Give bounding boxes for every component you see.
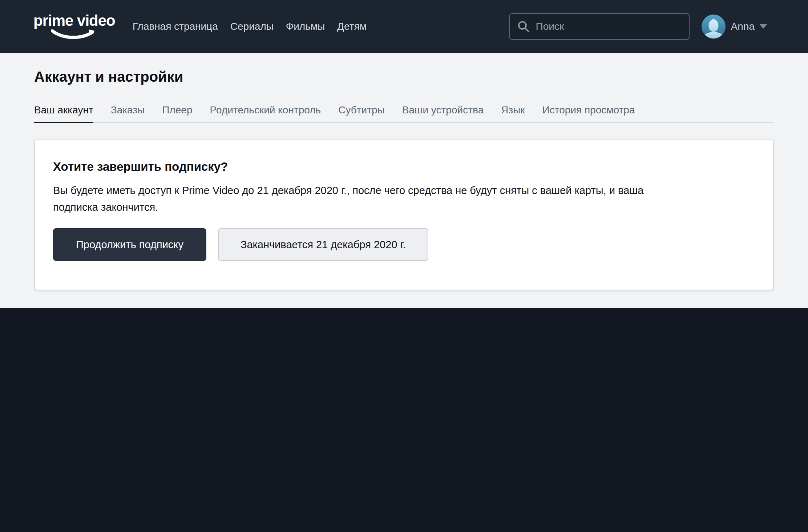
- avatar: [702, 15, 726, 39]
- tab-7[interactable]: История просмотра: [542, 104, 635, 122]
- settings-tabs: Ваш аккаунтЗаказыПлеерРодительский контр…: [34, 104, 774, 123]
- prime-video-logo[interactable]: prime video: [33, 13, 115, 40]
- continue-subscription-button[interactable]: Продолжить подписку: [53, 228, 206, 261]
- footer-area: [0, 308, 808, 532]
- search-box[interactable]: [509, 13, 690, 40]
- nav-link-0[interactable]: Главная страница: [133, 21, 218, 32]
- tab-6[interactable]: Язык: [501, 104, 525, 122]
- nav-link-3[interactable]: Детям: [337, 21, 367, 32]
- search-input[interactable]: [536, 21, 682, 32]
- top-navigation-bar: prime video Главная страницаСериалыФильм…: [0, 0, 808, 53]
- tab-5[interactable]: Ваши устройства: [402, 104, 484, 122]
- tab-1[interactable]: Заказы: [111, 104, 145, 122]
- tab-0[interactable]: Ваш аккаунт: [34, 104, 93, 123]
- card-button-row: Продолжить подписку Заканчивается 21 дек…: [53, 228, 755, 261]
- avatar-shoulders-shape: [703, 32, 724, 39]
- subscription-card: Хотите завершить подписку? Вы будете име…: [34, 140, 774, 290]
- header-right-group: Anna: [509, 13, 767, 40]
- tab-2[interactable]: Плеер: [162, 104, 192, 122]
- account-settings-page: Аккаунт и настройки Ваш аккаунтЗаказыПле…: [0, 53, 808, 308]
- primary-nav: Главная страницаСериалыФильмыДетям: [133, 21, 367, 32]
- avatar-head-shape: [708, 19, 718, 32]
- chevron-down-icon: [759, 24, 767, 29]
- tab-4[interactable]: Субтитры: [338, 104, 385, 122]
- content-container: Аккаунт и настройки Ваш аккаунтЗаказыПле…: [34, 53, 774, 290]
- profile-name: Anna: [731, 21, 755, 32]
- subscription-end-date-button[interactable]: Заканчивается 21 декабря 2020 г.: [218, 228, 428, 261]
- search-icon: [517, 20, 530, 33]
- prime-video-logo-text: prime video: [33, 13, 115, 28]
- nav-link-1[interactable]: Сериалы: [230, 21, 274, 32]
- page-title: Аккаунт и настройки: [34, 53, 774, 85]
- profile-menu-trigger[interactable]: Anna: [702, 15, 767, 39]
- tab-3[interactable]: Родительский контроль: [210, 104, 321, 122]
- card-body-text: Вы будете иметь доступ к Prime Video до …: [53, 182, 755, 215]
- smile-arrow-icon: [51, 29, 97, 40]
- card-heading: Хотите завершить подписку?: [53, 160, 755, 174]
- nav-link-2[interactable]: Фильмы: [286, 21, 325, 32]
